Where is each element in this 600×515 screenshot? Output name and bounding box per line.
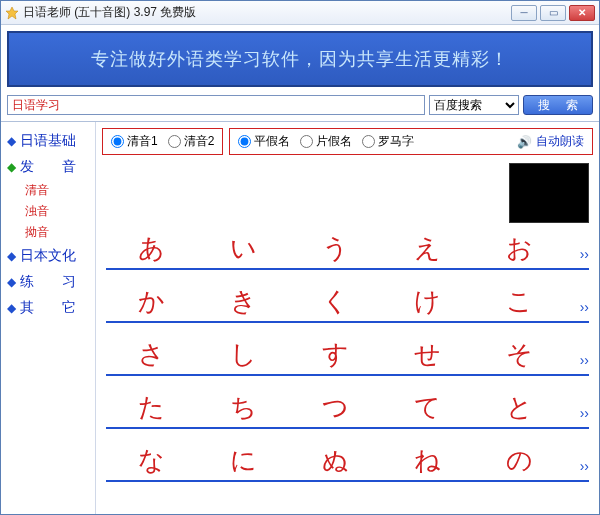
radio-seion1[interactable]: 清音1 xyxy=(111,133,158,150)
radio-input[interactable] xyxy=(238,135,251,148)
kana-cell[interactable]: い xyxy=(198,231,290,268)
sidebar-item-pronunciation[interactable]: ◆ 发 音 xyxy=(5,154,91,180)
kana-cell[interactable]: け xyxy=(381,284,473,321)
search-input[interactable] xyxy=(7,95,425,115)
sidebar-item-other[interactable]: ◆ 其 它 xyxy=(5,295,91,321)
sidebar-item-label: 日本文化 xyxy=(20,247,76,265)
more-button[interactable]: ›› xyxy=(565,352,589,374)
sidebar-item-label: 日语基础 xyxy=(20,132,76,150)
radio-label: 平假名 xyxy=(254,133,290,150)
options-row: 清音1 清音2 平假名 片假名 xyxy=(102,128,593,155)
sidebar-item-label: 其 它 xyxy=(20,299,76,317)
maximize-button[interactable]: ▭ xyxy=(540,5,566,21)
diamond-icon: ◆ xyxy=(7,249,16,264)
sidebar-sub-dakuon[interactable]: 浊音 xyxy=(5,201,91,222)
radio-input[interactable] xyxy=(111,135,124,148)
kana-cell[interactable]: ち xyxy=(198,390,290,427)
titlebar: 日语老师 (五十音图) 3.97 免费版 ─ ▭ ✕ xyxy=(1,1,599,25)
diamond-icon: ◆ xyxy=(7,275,16,290)
more-button[interactable]: ›› xyxy=(565,405,589,427)
sidebar-item-culture[interactable]: ◆ 日本文化 xyxy=(5,243,91,269)
kana-cell[interactable]: て xyxy=(381,390,473,427)
kana-cell[interactable]: し xyxy=(198,337,290,374)
auto-read-label: 自动朗读 xyxy=(536,133,584,150)
radio-katakana[interactable]: 片假名 xyxy=(300,133,352,150)
kana-cell[interactable]: な xyxy=(106,443,198,480)
kana-cell[interactable]: さ xyxy=(106,337,198,374)
kana-row: さ し す せ そ ›› xyxy=(106,337,589,376)
kana-cell[interactable]: せ xyxy=(381,337,473,374)
kana-cell[interactable]: う xyxy=(290,231,382,268)
kana-cell[interactable]: あ xyxy=(106,231,198,268)
kana-cell[interactable]: ね xyxy=(381,443,473,480)
close-button[interactable]: ✕ xyxy=(569,5,595,21)
sidebar-item-practice[interactable]: ◆ 练 习 xyxy=(5,269,91,295)
stroke-preview xyxy=(509,163,589,223)
banner: 专注做好外语类学习软件，因为共享生活更精彩！ xyxy=(7,31,593,87)
sidebar-item-label: 发 音 xyxy=(20,158,76,176)
window-buttons: ─ ▭ ✕ xyxy=(511,5,595,21)
kana-cell[interactable]: に xyxy=(198,443,290,480)
diamond-icon: ◆ xyxy=(7,134,16,149)
search-engine-select[interactable]: 百度搜索 xyxy=(429,95,519,115)
radio-input[interactable] xyxy=(362,135,375,148)
kana-cell[interactable]: た xyxy=(106,390,198,427)
radio-hiragana[interactable]: 平假名 xyxy=(238,133,290,150)
more-button[interactable]: ›› xyxy=(565,458,589,480)
search-button[interactable]: 搜 索 xyxy=(523,95,593,115)
sidebar: ◆ 日语基础 ◆ 发 音 清音 浊音 拗音 ◆ 日本文化 ◆ 练 习 ◆ 其 它 xyxy=(1,122,96,514)
minimize-button[interactable]: ─ xyxy=(511,5,537,21)
diamond-icon: ◆ xyxy=(7,160,16,175)
option-group-sound: 清音1 清音2 xyxy=(102,128,223,155)
kana-cell[interactable]: す xyxy=(290,337,382,374)
svg-marker-0 xyxy=(6,7,18,19)
auto-read-button[interactable]: 🔊 自动朗读 xyxy=(517,133,584,150)
kana-cell[interactable]: き xyxy=(198,284,290,321)
kana-cell[interactable]: そ xyxy=(473,337,565,374)
window-title: 日语老师 (五十音图) 3.97 免费版 xyxy=(23,4,511,21)
radio-label: 罗马字 xyxy=(378,133,414,150)
radio-input[interactable] xyxy=(300,135,313,148)
kana-row: か き く け こ ›› xyxy=(106,284,589,323)
sidebar-item-label: 练 习 xyxy=(20,273,76,291)
radio-label: 清音2 xyxy=(184,133,215,150)
speaker-icon: 🔊 xyxy=(517,135,532,149)
radio-romaji[interactable]: 罗马字 xyxy=(362,133,414,150)
kana-row: な に ぬ ね の ›› xyxy=(106,443,589,482)
more-button[interactable]: ›› xyxy=(565,246,589,268)
kana-cell[interactable]: つ xyxy=(290,390,382,427)
kana-grid: あ い う え お ›› か き く け こ ›› さ し xyxy=(102,231,593,508)
kana-cell[interactable]: お xyxy=(473,231,565,268)
kana-cell[interactable]: と xyxy=(473,390,565,427)
body: ◆ 日语基础 ◆ 发 音 清音 浊音 拗音 ◆ 日本文化 ◆ 练 习 ◆ 其 它 xyxy=(1,121,599,514)
kana-row: あ い う え お ›› xyxy=(106,231,589,270)
sidebar-item-basics[interactable]: ◆ 日语基础 xyxy=(5,128,91,154)
main-panel: 清音1 清音2 平假名 片假名 xyxy=(96,122,599,514)
kana-cell[interactable]: こ xyxy=(473,284,565,321)
sidebar-sub-youon[interactable]: 拗音 xyxy=(5,222,91,243)
search-bar: 百度搜索 搜 索 xyxy=(1,93,599,121)
kana-row: た ち つ て と ›› xyxy=(106,390,589,429)
app-window: 日语老师 (五十音图) 3.97 免费版 ─ ▭ ✕ 专注做好外语类学习软件，因… xyxy=(0,0,600,515)
sidebar-sub-seion[interactable]: 清音 xyxy=(5,180,91,201)
radio-input[interactable] xyxy=(168,135,181,148)
radio-seion2[interactable]: 清音2 xyxy=(168,133,215,150)
app-icon xyxy=(5,6,19,20)
kana-cell[interactable]: ぬ xyxy=(290,443,382,480)
option-group-script: 平假名 片假名 罗马字 🔊 自动朗读 xyxy=(229,128,593,155)
kana-cell[interactable]: か xyxy=(106,284,198,321)
radio-label: 片假名 xyxy=(316,133,352,150)
kana-cell[interactable]: の xyxy=(473,443,565,480)
kana-cell[interactable]: え xyxy=(381,231,473,268)
preview-row xyxy=(102,159,593,231)
radio-label: 清音1 xyxy=(127,133,158,150)
kana-cell[interactable]: く xyxy=(290,284,382,321)
diamond-icon: ◆ xyxy=(7,301,16,316)
more-button[interactable]: ›› xyxy=(565,299,589,321)
banner-text: 专注做好外语类学习软件，因为共享生活更精彩！ xyxy=(91,47,509,71)
